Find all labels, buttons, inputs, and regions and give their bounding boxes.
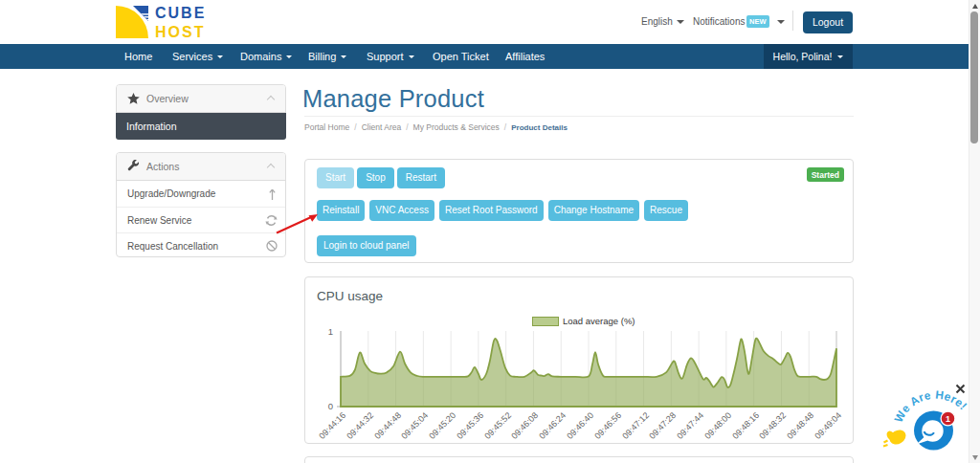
svg-text:0: 0 xyxy=(328,401,333,411)
svg-text:1: 1 xyxy=(946,414,950,424)
svg-text:1: 1 xyxy=(328,326,333,337)
